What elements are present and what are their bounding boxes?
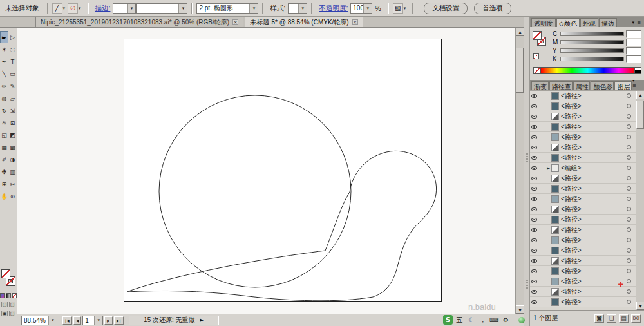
- layer-thumbnail[interactable]: [551, 102, 559, 110]
- chevron-down-icon[interactable]: ▾: [298, 4, 307, 13]
- scroll-up-button[interactable]: ▲: [516, 28, 524, 36]
- tool-button[interactable]: ▷: [8, 31, 17, 43]
- screen-mode-button[interactable]: ▣: [1, 311, 8, 316]
- chevron-down-icon[interactable]: ▾: [63, 6, 66, 11]
- lock-toggle[interactable]: [538, 111, 545, 121]
- target-circle-icon[interactable]: [627, 227, 631, 232]
- draw-behind-button[interactable]: ▢: [9, 302, 15, 307]
- layer-label[interactable]: <编组>: [561, 164, 627, 173]
- lock-toggle[interactable]: [538, 287, 545, 296]
- target-circle-icon[interactable]: [627, 176, 631, 180]
- tray-icon[interactable]: S: [443, 315, 453, 325]
- tool-button[interactable]: ◌: [8, 43, 17, 55]
- layer-thumbnail[interactable]: [551, 298, 559, 306]
- scroll-thumb[interactable]: [516, 48, 524, 93]
- visibility-toggle[interactable]: [530, 297, 538, 307]
- none-button[interactable]: [12, 293, 17, 298]
- target-circle-icon[interactable]: [627, 135, 631, 139]
- panel-tab[interactable]: ◇颜色: [556, 18, 580, 27]
- scroll-down-button[interactable]: ▼: [636, 302, 644, 310]
- layer-label[interactable]: <路径>: [561, 225, 627, 235]
- layer-row[interactable]: <路径>: [530, 225, 636, 235]
- tray-icon[interactable]: ，: [478, 315, 488, 325]
- target-circle-icon[interactable]: [627, 145, 631, 149]
- variable-width-combo[interactable]: ▾: [136, 3, 187, 14]
- layer-thumbnail[interactable]: [551, 133, 559, 141]
- lock-toggle[interactable]: [538, 297, 545, 307]
- last-artboard-button[interactable]: ▶|: [114, 316, 124, 325]
- tool-button[interactable]: ▦: [0, 141, 8, 153]
- stroke-weight-combo[interactable]: ▾: [113, 3, 136, 14]
- channel-slider[interactable]: [560, 57, 624, 61]
- fill-stroke-proxy-small[interactable]: [533, 30, 549, 64]
- scroll-up-button[interactable]: ▲: [636, 91, 644, 99]
- none-swatch[interactable]: [533, 67, 541, 74]
- channel-slider[interactable]: [560, 48, 624, 53]
- layer-row[interactable]: ▶ <编组>: [530, 163, 636, 173]
- panel-menu-icon[interactable]: ▾ ≡: [632, 80, 643, 90]
- target-circle-icon[interactable]: [627, 258, 631, 263]
- tool-button[interactable]: ❉: [0, 166, 8, 178]
- tool-button[interactable]: ▩: [8, 141, 17, 153]
- layer-thumbnail[interactable]: [551, 247, 559, 254]
- black-white-swatches[interactable]: [635, 67, 641, 74]
- chevron-down-icon[interactable]: ▾: [48, 316, 57, 325]
- layer-label[interactable]: <路径>: [561, 287, 627, 296]
- target-circle-icon[interactable]: [627, 207, 631, 211]
- panel-menu-icon[interactable]: ▾ ≡: [632, 20, 643, 27]
- canvas-vertical-scrollbar[interactable]: ▲ ▼: [515, 28, 524, 314]
- zoom-level-combo[interactable]: 88.54%▾: [21, 316, 57, 325]
- document-setup-button[interactable]: 文档设置: [424, 3, 468, 14]
- layer-thumbnail[interactable]: [551, 164, 559, 172]
- target-circle-icon[interactable]: [627, 300, 631, 304]
- tool-button[interactable]: ╲: [0, 68, 8, 80]
- tray-icon[interactable]: ⚙: [501, 315, 511, 325]
- visibility-toggle[interactable]: [530, 101, 538, 111]
- target-circle-icon[interactable]: [627, 217, 631, 222]
- none-mini-swatch[interactable]: [533, 53, 539, 59]
- tool-button[interactable]: ▥: [8, 166, 17, 178]
- target-circle-icon[interactable]: [627, 197, 631, 201]
- tool-button[interactable]: ⊞: [0, 178, 8, 190]
- layer-label[interactable]: <路径>: [561, 298, 627, 307]
- target-circle-icon[interactable]: [627, 155, 631, 160]
- target-circle-icon[interactable]: [627, 93, 631, 98]
- layer-thumbnail[interactable]: [551, 267, 559, 275]
- visibility-toggle[interactable]: [530, 287, 538, 296]
- tray-icon[interactable]: ☾: [466, 315, 476, 325]
- lock-toggle[interactable]: [538, 194, 545, 204]
- panel-tab[interactable]: 颜色参: [591, 81, 614, 90]
- chevron-down-icon[interactable]: ▾: [127, 4, 135, 13]
- layer-row[interactable]: <路径>: [530, 153, 636, 163]
- gradient-button[interactable]: [6, 293, 10, 298]
- visibility-toggle[interactable]: [530, 122, 538, 131]
- layer-row[interactable]: <路径>: [530, 235, 636, 245]
- tool-button[interactable]: ✎: [8, 80, 17, 92]
- document-tab[interactable]: 未标题-5* @ 88.54% (CMYK/轮廓) ✕: [245, 17, 363, 27]
- no-color-icon[interactable]: ∅: [68, 3, 78, 14]
- previous-artboard-button[interactable]: ◀: [73, 316, 82, 325]
- layer-label[interactable]: <路径>: [561, 184, 627, 193]
- visibility-toggle[interactable]: [530, 153, 538, 162]
- style-combo[interactable]: ▾: [288, 3, 307, 14]
- lock-toggle[interactable]: [538, 225, 545, 235]
- black-swatch[interactable]: [635, 70, 641, 73]
- status-indicator[interactable]: 15 次还原: 无重做 ▶: [129, 316, 219, 325]
- next-artboard-button[interactable]: ▶: [104, 316, 113, 325]
- first-artboard-button[interactable]: |◀: [62, 316, 72, 325]
- tool-button[interactable]: ◑: [8, 153, 17, 166]
- lock-toggle[interactable]: [538, 163, 545, 173]
- layer-label[interactable]: <路径>: [561, 236, 627, 245]
- layer-label[interactable]: <路径>: [561, 122, 627, 131]
- chevron-down-icon[interactable]: ▾: [363, 4, 372, 13]
- tool-button[interactable]: ↻: [0, 104, 8, 117]
- layer-thumbnail[interactable]: [551, 144, 559, 151]
- layer-label[interactable]: <路径>: [561, 133, 627, 142]
- lock-toggle[interactable]: [538, 132, 545, 142]
- chevron-down-icon[interactable]: ▾: [94, 316, 102, 325]
- lock-toggle[interactable]: [538, 153, 545, 162]
- panel-tab[interactable]: 渐变: [531, 81, 549, 90]
- visibility-toggle[interactable]: [530, 266, 538, 276]
- channel-slider[interactable]: [560, 32, 624, 36]
- tool-button[interactable]: ◩: [8, 129, 17, 141]
